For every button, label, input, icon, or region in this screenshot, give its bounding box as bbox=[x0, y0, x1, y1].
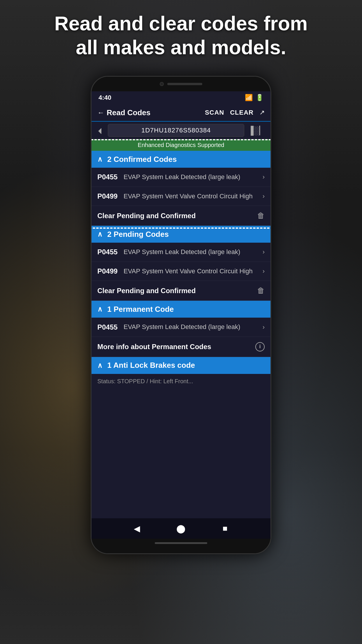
scan-button[interactable]: SCAN bbox=[205, 109, 224, 116]
chevron-right-icon: › bbox=[263, 248, 265, 256]
abs-partial-row: Status: STOPPED / Hint: Left Front... bbox=[92, 374, 270, 389]
chevron-right-icon: › bbox=[263, 323, 265, 331]
confirmed-codes-section: ∧ 2 Confirmed Codes P0455 EVAP System Le… bbox=[92, 151, 270, 226]
header-line1: Read and clear codes from bbox=[54, 12, 307, 34]
phone-bottom-bar bbox=[92, 539, 270, 553]
abs-codes-title: 1 Anti Lock Brakes code bbox=[107, 361, 195, 370]
chevron-up-icon: ∧ bbox=[97, 230, 103, 238]
enhanced-diagnostics-badge: Enhanced Diagnostics Supported bbox=[92, 139, 270, 151]
code-id: P0455 bbox=[97, 323, 124, 331]
clear-confirmed-label: Clear Pending and Confirmed bbox=[97, 212, 257, 220]
clear-pending-row[interactable]: Clear Pending and Confirmed 🗑 bbox=[92, 281, 270, 301]
code-desc: EVAP System Vent Valve Control Circuit H… bbox=[124, 267, 263, 276]
history-icon[interactable]: ⏴ bbox=[96, 126, 104, 135]
header-line2: all makes and models. bbox=[76, 36, 286, 58]
share-icon[interactable]: ↗ bbox=[259, 109, 265, 116]
abs-partial-text: Status: STOPPED / Hint: Left Front... bbox=[97, 378, 193, 385]
trash-icon[interactable]: 🗑 bbox=[257, 286, 265, 295]
permanent-info-label: More info about Permanent Codes bbox=[97, 343, 255, 351]
status-time: 4:40 bbox=[99, 94, 111, 102]
pending-codes-section: ∧ 2 Pending Codes P0455 EVAP System Leak… bbox=[92, 226, 270, 301]
abs-codes-section: ∧ 1 Anti Lock Brakes code Status: STOPPE… bbox=[92, 357, 270, 389]
nav-title: Read Codes bbox=[107, 108, 150, 117]
permanent-info-row[interactable]: More info about Permanent Codes i bbox=[92, 337, 270, 357]
recents-nav-button[interactable]: ■ bbox=[219, 523, 231, 534]
clear-button[interactable]: CLEAR bbox=[230, 109, 254, 116]
back-nav-button[interactable]: ◀ bbox=[131, 523, 143, 534]
clear-pending-label: Clear Pending and Confirmed bbox=[97, 287, 257, 295]
status-icons: 📶 🔋 bbox=[245, 94, 263, 102]
chevron-right-icon: › bbox=[263, 173, 265, 181]
home-indicator bbox=[155, 542, 207, 544]
confirmed-codes-header[interactable]: ∧ 2 Confirmed Codes bbox=[92, 151, 270, 168]
permanent-code-title: 1 Permanent Code bbox=[107, 305, 174, 314]
code-desc: EVAP System Vent Valve Control Circuit H… bbox=[124, 192, 263, 201]
chevron-up-icon: ∧ bbox=[97, 155, 103, 163]
enhanced-badge-label: Enhanced Diagnostics Supported bbox=[138, 142, 224, 148]
vin-input[interactable]: 1D7HU18276S580384 bbox=[108, 124, 244, 137]
code-row-p0499-pending[interactable]: P0499 EVAP System Vent Valve Control Cir… bbox=[92, 262, 270, 281]
back-arrow-icon: ← bbox=[97, 108, 104, 117]
permanent-code-section: ∧ 1 Permanent Code P0455 EVAP System Lea… bbox=[92, 301, 270, 357]
camera bbox=[160, 82, 164, 86]
code-id: P0455 bbox=[97, 248, 124, 256]
code-row-p0455-confirmed[interactable]: P0455 EVAP System Leak Detected (large l… bbox=[92, 168, 270, 187]
code-desc: EVAP System Leak Detected (large leak) bbox=[124, 248, 263, 256]
code-desc: EVAP System Leak Detected (large leak) bbox=[124, 173, 263, 181]
code-row-p0455-permanent[interactable]: P0455 EVAP System Leak Detected (large l… bbox=[92, 318, 270, 337]
chevron-up-icon: ∧ bbox=[97, 305, 103, 313]
page-header: Read and clear codes from all makes and … bbox=[0, 12, 362, 59]
phone-top-bar bbox=[92, 77, 270, 91]
vin-value: 1D7HU18276S580384 bbox=[141, 127, 211, 134]
clear-confirmed-row[interactable]: Clear Pending and Confirmed 🗑 bbox=[92, 206, 270, 226]
abs-codes-header[interactable]: ∧ 1 Anti Lock Brakes code bbox=[92, 357, 270, 374]
battery-icon: 🔋 bbox=[256, 94, 263, 102]
phone-content: Enhanced Diagnostics Supported ∧ 2 Confi… bbox=[92, 139, 270, 518]
speaker bbox=[167, 83, 202, 85]
trash-icon[interactable]: 🗑 bbox=[257, 211, 265, 220]
confirmed-codes-title: 2 Confirmed Codes bbox=[107, 155, 177, 164]
pending-codes-header[interactable]: ∧ 2 Pending Codes bbox=[92, 226, 270, 243]
status-bar: 4:40 📶 🔋 bbox=[92, 91, 270, 104]
nav-actions: SCAN CLEAR ↗ bbox=[205, 109, 265, 116]
permanent-code-header[interactable]: ∧ 1 Permanent Code bbox=[92, 301, 270, 318]
home-nav-button[interactable]: ⬤ bbox=[175, 523, 187, 534]
chevron-up-icon: ∧ bbox=[97, 361, 103, 370]
code-desc: EVAP System Leak Detected (large leak) bbox=[124, 323, 263, 331]
code-row-p0499-confirmed[interactable]: P0499 EVAP System Vent Valve Control Cir… bbox=[92, 187, 270, 206]
phone-body: 4:40 📶 🔋 ← Read Codes SCAN CLEAR ↗ ⏴ 1D7… bbox=[91, 76, 271, 554]
code-row-p0455-pending[interactable]: P0455 EVAP System Leak Detected (large l… bbox=[92, 243, 270, 262]
phone-bottom-nav: ◀ ⬤ ■ bbox=[92, 518, 270, 539]
navigation-bar: ← Read Codes SCAN CLEAR ↗ bbox=[92, 104, 270, 122]
back-button[interactable]: ← Read Codes bbox=[97, 108, 205, 117]
chevron-right-icon: › bbox=[263, 267, 265, 275]
wifi-icon: 📶 bbox=[245, 94, 253, 102]
barcode-icon[interactable]: ▐░▏ bbox=[248, 126, 266, 135]
code-id: P0499 bbox=[97, 267, 124, 275]
code-id: P0499 bbox=[97, 192, 124, 200]
phone-device: 4:40 📶 🔋 ← Read Codes SCAN CLEAR ↗ ⏴ 1D7… bbox=[91, 76, 271, 554]
pending-codes-title: 2 Pending Codes bbox=[107, 230, 169, 239]
vin-bar: ⏴ 1D7HU18276S580384 ▐░▏ bbox=[92, 122, 270, 139]
chevron-right-icon: › bbox=[263, 192, 265, 200]
info-icon[interactable]: i bbox=[255, 342, 265, 351]
selection-box: Enhanced Diagnostics Supported ∧ 2 Confi… bbox=[92, 139, 270, 226]
code-id: P0455 bbox=[97, 173, 124, 181]
